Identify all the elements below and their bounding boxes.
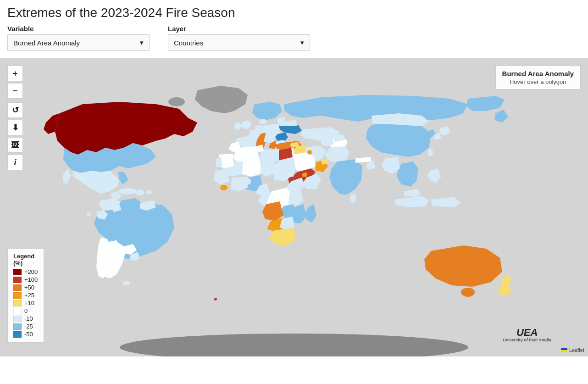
svg-point-2	[168, 97, 185, 106]
legend-item-label: +50	[24, 284, 34, 291]
legend-item: +25	[13, 292, 38, 299]
map-container: + − ↺ ⬇ 🖼 i Burned Area Anomaly Hover ov…	[0, 58, 588, 356]
svg-point-13	[461, 288, 475, 297]
legend-item: +200	[13, 268, 38, 275]
image-export-button[interactable]: 🖼	[7, 137, 23, 153]
svg-point-12	[427, 148, 433, 156]
svg-point-17	[214, 298, 217, 301]
legend-item-label: +10	[24, 300, 34, 306]
svg-point-16	[246, 178, 251, 184]
legend-color-swatch	[13, 284, 22, 291]
legend-title: Legend (%)	[13, 253, 38, 267]
map-controls-panel: + − ↺ ⬇ 🖼 i	[7, 66, 23, 170]
legend-item-label: 0	[24, 307, 28, 314]
legend-color-swatch	[13, 308, 22, 314]
svg-point-7	[122, 281, 130, 285]
svg-point-4	[135, 190, 144, 195]
leaflet-attribution: Leaflet	[561, 347, 584, 353]
legend-item-label: -50	[24, 331, 33, 338]
uea-logo-subtext: University of East Anglia	[503, 338, 551, 343]
legend-color-swatch	[13, 277, 22, 283]
legend-color-swatch	[13, 269, 22, 275]
legend-color-swatch	[13, 316, 22, 322]
svg-point-14	[220, 185, 227, 190]
map-legend: Legend (%) +200+100+50+25+100-10-25-50	[7, 249, 44, 343]
page-title: Extremes of the 2023-2024 Fire Season	[7, 6, 581, 20]
uea-logo: UEA University of East Anglia	[503, 328, 551, 343]
svg-point-15	[241, 179, 245, 185]
legend-items: +200+100+50+25+100-10-25-50	[13, 268, 38, 338]
legend-item-label: -25	[24, 323, 33, 330]
download-button[interactable]: ⬇	[7, 120, 23, 135]
layer-chevron-icon: ▾	[300, 39, 304, 47]
svg-point-3	[118, 188, 137, 195]
legend-item-label: -10	[24, 315, 33, 322]
legend-item: -50	[13, 331, 38, 338]
layer-select-value: Countries	[174, 39, 203, 47]
legend-item: +50	[13, 284, 38, 291]
legend-item: 0	[13, 307, 38, 314]
svg-point-8	[234, 122, 241, 130]
legend-item: -25	[13, 323, 38, 330]
variable-control-group: Variable Burned Area Anomaly ▾	[7, 25, 150, 51]
leaflet-label: Leaflet	[569, 347, 584, 353]
svg-point-11	[350, 194, 356, 203]
legend-item: +100	[13, 276, 38, 283]
legend-item-label: +25	[24, 292, 34, 299]
variable-label: Variable	[7, 25, 150, 33]
ukraine-flag-icon	[561, 348, 567, 352]
svg-point-5	[146, 190, 152, 194]
legend-color-swatch	[13, 331, 22, 338]
legend-color-swatch	[13, 323, 22, 330]
variable-select[interactable]: Burned Area Anomaly ▾	[7, 34, 150, 51]
hover-info-panel: Burned Area Anomaly Hover over a polygon	[495, 66, 581, 89]
variable-chevron-icon: ▾	[140, 39, 144, 47]
legend-item: +10	[13, 300, 38, 306]
reset-view-button[interactable]: ↺	[7, 102, 23, 118]
legend-item-label: +100	[24, 276, 38, 283]
info-button[interactable]: i	[7, 155, 23, 170]
layer-control-group: Layer Countries ▾	[168, 25, 310, 51]
svg-point-6	[86, 212, 91, 216]
uea-logo-text: UEA	[503, 328, 551, 338]
page-header: Extremes of the 2023-2024 Fire Season Va…	[0, 0, 588, 58]
legend-color-swatch	[13, 300, 22, 306]
zoom-out-button[interactable]: −	[7, 83, 23, 99]
controls-row: Variable Burned Area Anomaly ▾ Layer Cou…	[7, 25, 581, 51]
layer-label: Layer	[168, 25, 310, 33]
variable-select-value: Burned Area Anomaly	[13, 39, 80, 47]
hover-info-title: Burned Area Anomaly	[502, 70, 574, 78]
svg-point-9	[259, 119, 266, 124]
zoom-in-button[interactable]: +	[7, 66, 23, 81]
hover-info-subtitle: Hover over a polygon	[502, 78, 574, 85]
legend-item: -10	[13, 315, 38, 322]
layer-select[interactable]: Countries ▾	[168, 34, 310, 51]
world-map[interactable]	[0, 58, 588, 356]
svg-point-10	[307, 150, 312, 155]
legend-item-label: +200	[24, 268, 38, 275]
legend-color-swatch	[13, 292, 22, 299]
